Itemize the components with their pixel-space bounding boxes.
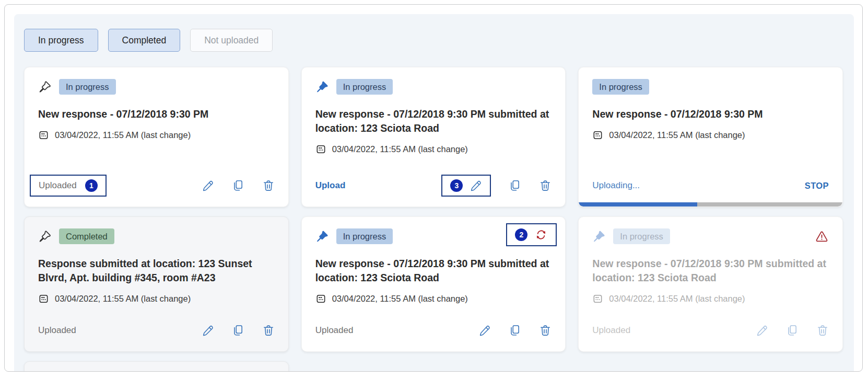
edit-icon — [756, 324, 768, 337]
duplicate-icon[interactable] — [509, 179, 521, 192]
status-badge: In progress — [59, 79, 116, 95]
last-change-row: 03/04/2022, 11:55 AM (last change) — [38, 130, 275, 141]
last-change-date: 03/04/2022, 11:55 AM (last change) — [332, 294, 468, 304]
pin-icon[interactable] — [38, 80, 52, 94]
delete-icon[interactable] — [262, 324, 275, 337]
delete-icon — [816, 324, 829, 337]
response-card-4[interactable]: Completed Response submitted at location… — [24, 216, 289, 352]
card-title: New response - 07/12/2018 9:30 PM — [592, 107, 829, 121]
card-footer: Uploading... STOP — [592, 173, 829, 198]
last-change-date: 03/04/2022, 11:55 AM (last change) — [609, 130, 745, 140]
status-badge: In progress — [592, 79, 649, 95]
response-card-2[interactable]: In progress New response - 07/12/2018 9:… — [301, 67, 566, 207]
app-frame: In progress Completed Not uploaded In pr… — [4, 4, 863, 372]
card-title: Response submitted at location: 123 Suns… — [38, 257, 275, 285]
pin-icon-filled[interactable] — [315, 80, 329, 94]
annotation-marker-1: 1 — [85, 179, 98, 192]
calendar-icon — [38, 293, 49, 304]
card-title: New response - 07/12/2018 9:30 PM submit… — [315, 107, 552, 135]
calendar-icon — [592, 293, 603, 304]
card-footer: Uploaded — [38, 318, 275, 343]
filter-in-progress[interactable]: In progress — [24, 29, 98, 52]
duplicate-icon[interactable] — [232, 179, 244, 192]
response-card-partial[interactable] — [24, 361, 289, 372]
annotation-box-2: 2 — [506, 223, 557, 246]
response-card-1[interactable]: In progress New response - 07/12/2018 9:… — [24, 67, 289, 207]
calendar-icon — [38, 130, 49, 141]
response-card-5[interactable]: In progress 2 New response - 07/12/2018 … — [301, 216, 566, 352]
edit-icon[interactable] — [470, 179, 482, 192]
last-change-row: 03/04/2022, 11:55 AM (last change) — [592, 130, 829, 141]
filter-not-uploaded[interactable]: Not uploaded — [190, 29, 273, 52]
card-footer: Uploaded — [315, 318, 552, 343]
card-title: New response - 07/12/2018 9:30 PM submit… — [315, 257, 552, 285]
card-header: Completed — [38, 228, 275, 244]
last-change-date: 03/04/2022, 11:55 AM (last change) — [609, 294, 745, 304]
status-badge: In progress — [336, 79, 393, 95]
card-header: In progress — [592, 79, 829, 95]
card-header: In progress — [315, 79, 552, 95]
annotation-marker-3: 3 — [450, 179, 463, 192]
annotation-box-3: 3 — [441, 175, 491, 197]
calendar-icon — [315, 144, 326, 155]
pin-icon-filled[interactable] — [315, 230, 329, 243]
duplicate-icon[interactable] — [509, 324, 521, 337]
edit-icon[interactable] — [202, 179, 214, 192]
status-filter-bar: In progress Completed Not uploaded — [24, 29, 843, 52]
card-header: In progress — [38, 79, 275, 95]
card-actions — [202, 179, 275, 192]
card-actions: 3 — [441, 175, 552, 197]
status-badge: Completed — [59, 228, 114, 244]
card-actions — [756, 324, 829, 337]
annotation-box-1: Uploaded 1 — [30, 175, 107, 197]
card-header: In progress — [592, 228, 829, 244]
upload-status: Uploaded — [592, 325, 630, 336]
last-change-row: 03/04/2022, 11:55 AM (last change) — [592, 293, 829, 304]
last-change-date: 03/04/2022, 11:55 AM (last change) — [55, 130, 191, 140]
delete-icon[interactable] — [539, 324, 552, 337]
responses-panel: In progress Completed Not uploaded In pr… — [14, 14, 854, 372]
card-footer: Upload 3 — [315, 173, 552, 198]
uploading-status: Uploading... — [592, 180, 640, 191]
last-change-date: 03/04/2022, 11:55 AM (last change) — [332, 144, 468, 154]
last-change-row: 03/04/2022, 11:55 AM (last change) — [315, 293, 552, 304]
card-footer: Uploaded 1 — [38, 173, 275, 198]
status-badge: In progress — [336, 228, 393, 244]
duplicate-icon[interactable] — [232, 324, 244, 337]
upload-status: Uploaded — [38, 325, 76, 336]
upload-progress-fill — [579, 202, 697, 207]
sync-icon[interactable] — [534, 228, 548, 242]
card-footer: Uploaded — [592, 318, 829, 343]
upload-status: Uploaded — [315, 325, 354, 336]
edit-icon[interactable] — [478, 324, 491, 337]
last-change-date: 03/04/2022, 11:55 AM (last change) — [55, 294, 191, 304]
response-card-6: In progress New response - 07/12/2018 9:… — [578, 216, 843, 352]
card-actions — [202, 324, 275, 337]
card-title: New response - 07/12/2018 9:30 PM submit… — [592, 257, 829, 285]
calendar-icon — [315, 293, 326, 304]
card-actions — [478, 324, 552, 337]
pin-icon-filled — [592, 230, 606, 243]
delete-icon[interactable] — [539, 179, 552, 192]
last-change-row: 03/04/2022, 11:55 AM (last change) — [315, 144, 552, 155]
stop-upload-button[interactable]: STOP — [805, 181, 829, 191]
edit-icon[interactable] — [202, 324, 214, 337]
upload-status: Uploaded — [39, 180, 77, 191]
calendar-icon — [592, 130, 603, 141]
upload-progress-bar — [579, 202, 842, 207]
duplicate-icon — [786, 324, 799, 337]
delete-icon[interactable] — [262, 179, 275, 192]
card-title: New response - 07/12/2018 9:30 PM — [38, 107, 275, 121]
upload-link[interactable]: Upload — [315, 180, 346, 191]
response-card-3[interactable]: In progress New response - 07/12/2018 9:… — [578, 67, 843, 207]
pin-icon[interactable] — [38, 230, 52, 243]
last-change-row: 03/04/2022, 11:55 AM (last change) — [38, 293, 275, 304]
status-badge: In progress — [613, 228, 670, 244]
upload-error-icon — [815, 230, 829, 244]
response-card-grid: In progress New response - 07/12/2018 9:… — [24, 67, 843, 372]
filter-completed[interactable]: Completed — [108, 29, 181, 52]
annotation-marker-2: 2 — [515, 228, 527, 241]
